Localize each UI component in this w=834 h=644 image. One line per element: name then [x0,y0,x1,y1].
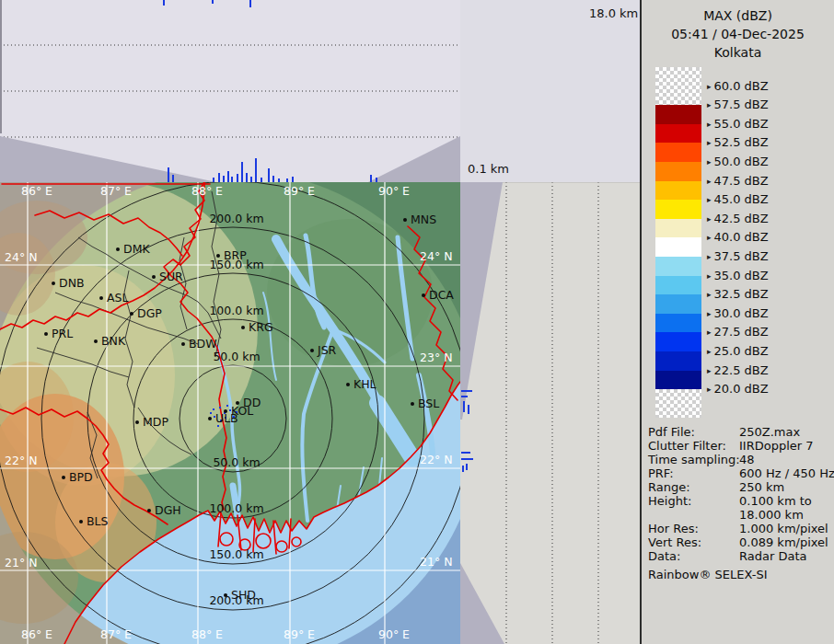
city-dot [79,520,83,523]
threshold-arrow-icon: ▸ [707,214,712,224]
city-dot [52,282,55,285]
metadata-row: Clutter Filter:IIRDoppler 7 [648,439,830,453]
threshold-arrow-icon: ▸ [707,309,712,318]
city-label: DCA [429,288,454,302]
city-label: BRP [224,248,247,262]
city-dot [44,332,48,336]
colorbar-cell [655,143,701,162]
longitude-label: 88° E [191,627,223,641]
metadata-label: Clutter Filter: [648,439,726,453]
longitude-label: 86° E [21,627,52,641]
latitude-label: 21° N [5,556,37,569]
height-gridlines [506,182,598,644]
colorbar-cell [655,181,701,201]
beam-blind-wedge-left [0,136,216,182]
colorbar-threshold-label: ▸42.5 dBZ [707,212,769,225]
city-dot [241,326,245,329]
radar-application-window: { "header": { "product": "MAX (dBZ)", "t… [0,0,834,644]
colorbar-cell [655,105,701,124]
right-projection-canvas [460,182,640,644]
longitude-label: 86° E [21,184,52,198]
metadata-label: Range: [648,480,690,494]
latitude-label: 23° N [420,351,452,364]
colorbar-cell [655,67,701,105]
metadata-row: Hor Res:1.000 km/pixel [648,522,830,535]
city-dot [94,339,98,343]
height-scale-max-label: 18.0 km [589,6,638,20]
city-dot [422,293,425,297]
top-height-projection-panel [0,0,460,182]
latitude-label: 24° N [420,249,452,263]
metadata-value: IIRDoppler 7 [739,439,814,453]
metadata-label: Data: [648,549,680,563]
threshold-arrow-icon: ▸ [707,157,712,167]
city-dot [152,275,156,279]
city-dot [181,342,185,346]
colorbar-cell [655,371,701,390]
colorbar-cell [655,276,701,295]
latitude-label: 22° N [5,454,37,467]
right-height-projection-panel [460,182,640,644]
height-gridlines [0,45,460,137]
city-label: KHL [353,377,376,391]
colorbar-cell [655,162,701,181]
colorbar-threshold-label: ▸45.0 dBZ [707,192,769,206]
longitude-label: 89° E [284,184,315,198]
software-brand: Rainbow® SELEX-SI [648,568,768,581]
city-dot [411,402,414,406]
colorbar-cell [655,124,701,144]
colorbar-cell [655,219,701,238]
threshold-arrow-icon: ▸ [707,138,712,147]
threshold-arrow-icon: ▸ [707,328,712,337]
longitude-label: 87° E [100,627,132,641]
city-label: ULB [215,411,238,425]
city-label: SUR [159,270,183,283]
metadata-value: 0.100 km to [739,494,812,508]
map-canvas[interactable]: 50.0 km50.0 km100.0 km100.0 km150.0 km15… [0,182,460,644]
city-label: ASL [107,291,128,305]
city-label: SHD [231,588,256,602]
ring-distance-label: 150.0 km [209,547,263,561]
colorbar-cell [655,389,701,418]
station-name: Kolkata [642,43,834,62]
longitude-label: 88° E [191,184,223,198]
city-dot [147,509,151,512]
height-scale-min-label: 0.1 km [468,162,509,176]
panel-left-edge [0,0,2,133]
city-dot [224,593,227,597]
threshold-arrow-icon: ▸ [707,385,712,394]
ring-distance-label: 100.0 km [209,304,263,317]
metadata-label: Time sampling: [648,453,740,466]
threshold-arrow-icon: ▸ [707,100,712,109]
city-dot [310,349,314,352]
top-projection-canvas [0,0,460,182]
colorbar-threshold-label: ▸22.5 dBZ [707,363,769,377]
metadata-row: Height:0.100 km to [648,494,830,508]
colorbar-threshold-label: ▸47.5 dBZ [707,174,769,188]
threshold-arrow-icon: ▸ [707,290,712,299]
ring-distance-label: 200.0 km [209,212,263,225]
colorbar-threshold-label: ▸20.0 dBZ [707,382,769,396]
metadata-label: Pdf File: [648,425,695,439]
metadata-value: 250 km [739,480,784,494]
city-dot [99,296,103,300]
colorbar-threshold-label: ▸50.0 dBZ [707,155,769,168]
metadata-value: 600 Hz / 450 Hz [739,466,834,480]
threshold-arrow-icon: ▸ [707,252,712,261]
metadata-label: Hor Res: [648,522,699,535]
city-label: BNK [101,334,126,348]
height-scale-corner-panel: 18.0 km 0.1 km [460,0,640,182]
colorbar-threshold-label: ▸60.0 dBZ [707,79,769,93]
metadata-row: Vert Res:0.089 km/pixel [648,535,830,549]
product-metadata: Pdf File:250Z.maxClutter Filter:IIRDoppl… [648,425,830,563]
metadata-row: 18.000 km [648,508,830,522]
dbz-colorbar [655,67,701,418]
colorbar-cell [655,332,701,351]
latitude-label: 22° N [420,453,452,466]
metadata-label: PRF: [648,466,674,480]
city-label: BSL [418,397,439,410]
city-label: BDW [189,337,217,351]
metadata-label: Vert Res: [648,535,701,549]
radar-map-view[interactable]: 50.0 km50.0 km100.0 km100.0 km150.0 km15… [0,182,460,644]
longitude-label: 90° E [378,184,410,198]
